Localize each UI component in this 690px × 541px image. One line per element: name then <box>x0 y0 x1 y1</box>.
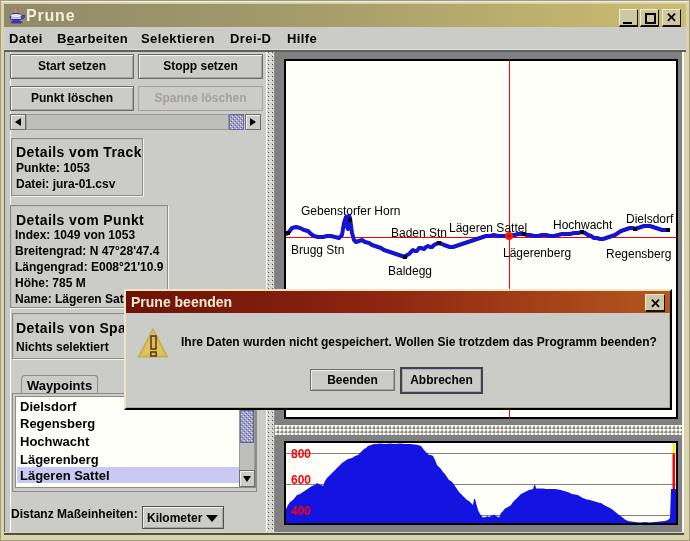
svg-text:Lägeren Sattel: Lägeren Sattel <box>449 221 527 235</box>
svg-text:Lägerenberg: Lägerenberg <box>503 246 571 260</box>
svg-text:400: 400 <box>291 504 311 518</box>
svg-text:Baldegg: Baldegg <box>388 264 432 278</box>
svg-text:800: 800 <box>291 447 311 461</box>
svg-text:600: 600 <box>291 473 311 487</box>
svg-text:Baden Stn: Baden Stn <box>391 226 447 240</box>
svg-text:Hochwacht: Hochwacht <box>553 218 613 232</box>
svg-text:Dielsdorf: Dielsdorf <box>626 212 674 226</box>
svg-text:Gebenstorfer Horn: Gebenstorfer Horn <box>301 204 400 218</box>
svg-text:Brugg Stn: Brugg Stn <box>291 243 344 257</box>
svg-text:Regensberg: Regensberg <box>606 247 671 261</box>
